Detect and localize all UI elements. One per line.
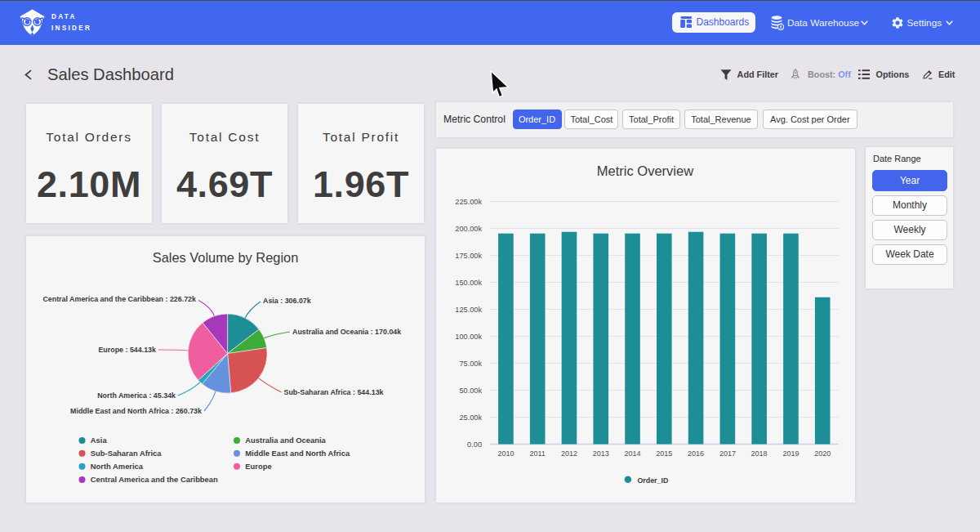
svg-text:2018: 2018 xyxy=(751,449,768,458)
svg-text:175.00k: 175.00k xyxy=(455,252,482,260)
svg-text:50.00k: 50.00k xyxy=(459,387,482,395)
svg-text:Sub-Saharan Africa: Sub-Saharan Africa xyxy=(91,449,162,458)
svg-text:Metric Overview: Metric Overview xyxy=(597,163,693,178)
svg-text:Europe: Europe xyxy=(245,462,271,471)
svg-text:200.00k: 200.00k xyxy=(455,225,482,233)
svg-text:75.00k: 75.00k xyxy=(459,360,482,368)
svg-text:Central America and the Caribb: Central America and the Caribbean : 226.… xyxy=(42,295,196,303)
svg-text:2014: 2014 xyxy=(624,449,640,458)
svg-text:Order_ID: Order_ID xyxy=(637,476,669,485)
svg-text:Australia and Oceania : 170.04: Australia and Oceania : 170.04k xyxy=(292,328,401,336)
svg-text:Middle East and North Africa: Middle East and North Africa xyxy=(245,449,350,458)
svg-text:2020: 2020 xyxy=(814,449,831,458)
svg-text:150.00k: 150.00k xyxy=(455,279,482,287)
svg-text:25.00k: 25.00k xyxy=(459,414,482,422)
svg-text:2015: 2015 xyxy=(656,449,672,458)
svg-text:Middle East and North Africa :: Middle East and North Africa : 260.73k xyxy=(70,407,202,415)
svg-text:2011: 2011 xyxy=(530,449,546,458)
svg-text:Asia: Asia xyxy=(91,436,108,445)
svg-text:2010: 2010 xyxy=(497,449,514,458)
svg-text:Asia : 306.07k: Asia : 306.07k xyxy=(263,297,311,305)
svg-text:North America: North America xyxy=(91,462,144,471)
svg-text:2012: 2012 xyxy=(561,449,577,458)
svg-text:0.00: 0.00 xyxy=(467,440,482,449)
svg-text:Central America and the Caribb: Central America and the Caribbean xyxy=(91,475,218,484)
svg-text:Sub-Saharan Africa : 544.13k: Sub-Saharan Africa : 544.13k xyxy=(284,388,384,396)
svg-text:Europe : 544.13k: Europe : 544.13k xyxy=(98,346,156,354)
svg-text:Australia and Oceania: Australia and Oceania xyxy=(245,436,326,445)
svg-text:Sales Volume by Region: Sales Volume by Region xyxy=(153,250,299,265)
svg-text:125.00k: 125.00k xyxy=(455,306,482,314)
svg-text:2013: 2013 xyxy=(593,449,609,458)
svg-text:North America : 45.34k: North America : 45.34k xyxy=(97,391,176,400)
svg-text:100.00k: 100.00k xyxy=(455,333,482,341)
svg-text:225.00k: 225.00k xyxy=(455,198,482,206)
svg-text:2017: 2017 xyxy=(719,449,736,458)
svg-text:2016: 2016 xyxy=(688,449,704,458)
svg-text:2019: 2019 xyxy=(782,449,799,458)
